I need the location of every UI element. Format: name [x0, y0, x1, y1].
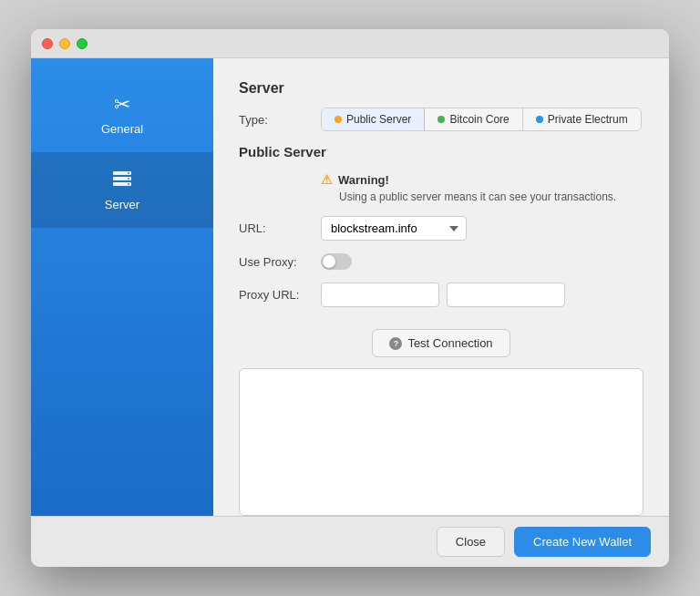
question-icon: ?: [389, 337, 402, 350]
main-window: ✂ General Server: [31, 29, 669, 567]
use-proxy-label: Use Proxy:: [239, 255, 321, 269]
warning-box: ⚠ Warning! Using a public server means i…: [239, 172, 643, 203]
proxy-inputs-group: [321, 283, 565, 307]
type-button-group: Public Server Bitcoin Core Private Elect…: [321, 108, 642, 131]
footer: Close Create New Wallet: [31, 516, 669, 567]
test-btn-row: ? Test Connection: [239, 329, 643, 357]
svg-point-5: [128, 183, 129, 185]
warning-title-line: ⚠ Warning!: [321, 172, 643, 187]
warning-message: Using a public server means it can see y…: [321, 190, 643, 203]
type-label: Type:: [239, 113, 321, 127]
proxy-url-row: Proxy URL:: [239, 283, 643, 307]
svg-point-3: [128, 172, 129, 174]
dot-yellow: [335, 116, 342, 123]
output-box: [239, 368, 643, 516]
warning-title: Warning!: [338, 173, 389, 187]
sidebar-general-label: General: [101, 122, 143, 136]
close-window-button[interactable]: [42, 38, 53, 49]
warning-icon: ⚠: [321, 172, 333, 187]
test-btn-label: Test Connection: [407, 336, 492, 350]
type-btn-core[interactable]: Bitcoin Core: [425, 108, 522, 130]
maximize-window-button[interactable]: [77, 38, 88, 49]
proxy-url-label: Proxy URL:: [239, 288, 321, 302]
type-btn-electrum[interactable]: Private Electrum: [523, 108, 641, 130]
type-btn-public-label: Public Server: [346, 113, 411, 126]
url-label: URL:: [239, 221, 321, 235]
proxy-port-input[interactable]: [447, 283, 565, 307]
type-btn-electrum-label: Private Electrum: [548, 113, 628, 126]
svg-point-4: [128, 178, 129, 180]
sidebar-item-general[interactable]: ✂ General: [31, 77, 213, 152]
sidebar-server-label: Server: [105, 198, 139, 211]
test-connection-button[interactable]: ? Test Connection: [372, 329, 510, 357]
title-bar: [31, 29, 669, 58]
minimize-window-button[interactable]: [59, 38, 70, 49]
sidebar: ✂ General Server: [31, 58, 213, 516]
general-icon: ✂: [114, 93, 130, 117]
close-button[interactable]: Close: [437, 527, 505, 557]
type-row: Type: Public Server Bitcoin Core Private…: [239, 108, 643, 131]
server-icon: [112, 169, 132, 192]
dot-blue: [536, 116, 543, 123]
server-section-title: Server: [239, 80, 643, 97]
subsection-title: Public Server: [239, 144, 643, 159]
main-panel: Server Type: Public Server Bitcoin Core: [213, 58, 669, 516]
type-btn-public[interactable]: Public Server: [322, 108, 425, 130]
sidebar-item-server[interactable]: Server: [31, 152, 213, 228]
dot-green: [438, 116, 445, 123]
create-wallet-button[interactable]: Create New Wallet: [514, 527, 651, 557]
proxy-host-input[interactable]: [321, 283, 439, 307]
use-proxy-toggle[interactable]: [321, 253, 352, 270]
content-area: ✂ General Server: [31, 58, 669, 516]
url-row: URL: blockstream.info: [239, 216, 643, 241]
url-select[interactable]: blockstream.info: [321, 216, 467, 241]
use-proxy-row: Use Proxy:: [239, 253, 643, 270]
type-btn-core-label: Bitcoin Core: [449, 113, 509, 126]
